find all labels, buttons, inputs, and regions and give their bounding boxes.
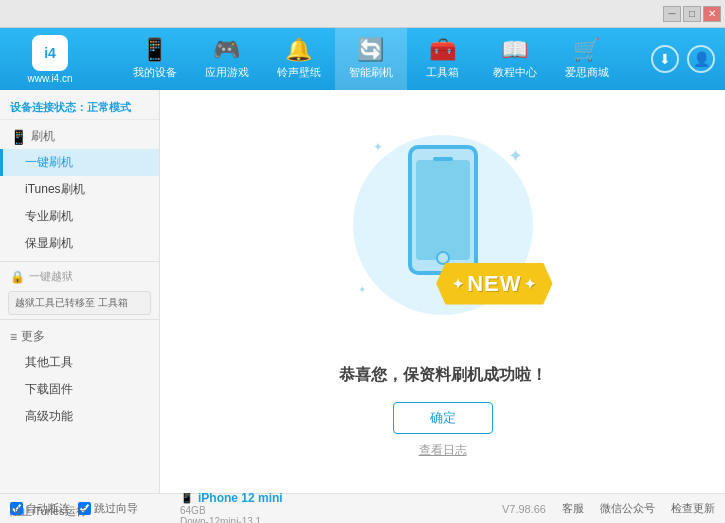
- star-left-icon: ✦: [452, 276, 465, 292]
- save-flash-label: 保显刷机: [25, 236, 73, 250]
- flash-section-label: 刷机: [31, 128, 55, 145]
- nav-ringtones[interactable]: 🔔 铃声壁纸: [263, 28, 335, 90]
- smart-flash-icon: 🔄: [357, 39, 384, 61]
- bottom-bar: 自动断连 跳过向导 📱 iPhone 12 mini 64GB Down-12m…: [0, 493, 725, 523]
- nav-smart-flash-label: 智能刷机: [349, 65, 393, 80]
- success-illustration: ✦ ✦ ✦ ✦ ✦ NEW ✦: [343, 125, 543, 345]
- itunes-status-label[interactable]: 阻止iTunes运行: [10, 505, 87, 517]
- lock-icon: 🔒: [10, 270, 25, 284]
- confirm-button[interactable]: 确定: [393, 402, 493, 434]
- version-label: V7.98.66: [502, 503, 546, 515]
- flash-section-title: 📱 刷机: [0, 124, 159, 149]
- sparkle-3: ✦: [358, 284, 366, 295]
- check-update-link[interactable]: 检查更新: [671, 501, 715, 516]
- nav-tutorials[interactable]: 📖 教程中心: [479, 28, 551, 90]
- close-button[interactable]: ✕: [703, 6, 721, 22]
- new-text: NEW: [467, 271, 521, 297]
- toolbox-icon: 🧰: [429, 39, 456, 61]
- divider-1: [0, 261, 159, 262]
- logo-icon: i4: [32, 35, 68, 71]
- nav-apps-games[interactable]: 🎮 应用游戏: [191, 28, 263, 90]
- nav-actions: ⬇ 👤: [651, 45, 715, 73]
- wechat-public-link[interactable]: 微信公众号: [600, 501, 655, 516]
- tutorials-icon: 📖: [501, 39, 528, 61]
- phone-body: [408, 145, 478, 275]
- logo-sub: www.i4.cn: [27, 73, 72, 84]
- sidebar-item-advanced[interactable]: 高级功能: [0, 403, 159, 430]
- one-click-flash-label: 一键刷机: [25, 155, 73, 169]
- minimize-button[interactable]: ─: [663, 6, 681, 22]
- sparkle-2: ✦: [508, 145, 523, 167]
- nav-toolbox[interactable]: 🧰 工具箱: [407, 28, 479, 90]
- new-badge: ✦ NEW ✦: [436, 263, 552, 305]
- nav-my-device[interactable]: 📱 我的设备: [119, 28, 191, 90]
- sidebar-item-itunes-flash[interactable]: iTunes刷机: [0, 176, 159, 203]
- skip-wizard-label: 跳过向导: [94, 501, 138, 516]
- sidebar-item-download-firmware[interactable]: 下载固件: [0, 376, 159, 403]
- title-bar: ─ □ ✕: [0, 0, 725, 28]
- itunes-status-bar: 阻止iTunes运行: [0, 500, 97, 523]
- nav-apps-games-label: 应用游戏: [205, 65, 249, 80]
- nav-store-label: 爱思商城: [565, 65, 609, 80]
- my-device-icon: 📱: [141, 39, 168, 61]
- nav-toolbox-label: 工具箱: [426, 65, 459, 80]
- app-logo: i4 www.i4.cn: [10, 35, 90, 84]
- advanced-label: 高级功能: [25, 409, 73, 423]
- phone-illustration: [408, 145, 478, 275]
- download-button[interactable]: ⬇: [651, 45, 679, 73]
- sidebar: 设备连接状态：正常模式 📱 刷机 一键刷机 iTunes刷机 专业刷机 保显刷机…: [0, 90, 160, 493]
- divider-2: [0, 319, 159, 320]
- other-tools-label: 其他工具: [25, 355, 73, 369]
- nav-items: 📱 我的设备 🎮 应用游戏 🔔 铃声壁纸 🔄 智能刷机 🧰 工具箱 📖 教程中心…: [90, 28, 651, 90]
- customer-service-link[interactable]: 客服: [562, 501, 584, 516]
- nav-bar: i4 www.i4.cn 📱 我的设备 🎮 应用游戏 🔔 铃声壁纸 🔄 智能刷机…: [0, 28, 725, 90]
- device-os: Down-12mini-13,1: [180, 516, 502, 524]
- more-section-label: 更多: [21, 328, 45, 345]
- jailbreak-notice-text: 越狱工具已转移至 工具箱: [15, 297, 128, 308]
- ringtones-icon: 🔔: [285, 39, 312, 61]
- new-ribbon: ✦ NEW ✦: [436, 263, 552, 305]
- sidebar-item-pro-flash[interactable]: 专业刷机: [0, 203, 159, 230]
- download-firmware-label: 下载固件: [25, 382, 73, 396]
- more-section-icon: ≡: [10, 330, 17, 344]
- phone-screen: [416, 160, 470, 260]
- device-info: 📱 iPhone 12 mini 64GB Down-12mini-13,1: [170, 491, 502, 524]
- more-section-title: ≡ 更多: [0, 324, 159, 349]
- main-area: 设备连接状态：正常模式 📱 刷机 一键刷机 iTunes刷机 专业刷机 保显刷机…: [0, 90, 725, 493]
- back-log-link[interactable]: 查看日志: [419, 442, 467, 459]
- nav-smart-flash[interactable]: 🔄 智能刷机: [335, 28, 407, 90]
- nav-my-device-label: 我的设备: [133, 65, 177, 80]
- sparkle-1: ✦: [373, 140, 383, 154]
- device-storage: 64GB: [180, 505, 502, 516]
- jailbreak-notice: 越狱工具已转移至 工具箱: [8, 291, 151, 315]
- flash-section-icon: 📱: [10, 129, 27, 145]
- nav-ringtones-label: 铃声壁纸: [277, 65, 321, 80]
- status-value: 正常模式: [87, 101, 131, 113]
- sidebar-item-save-flash[interactable]: 保显刷机: [0, 230, 159, 257]
- bottom-right: V7.98.66 客服 微信公众号 检查更新: [502, 501, 715, 516]
- maximize-button[interactable]: □: [683, 6, 701, 22]
- jailbreak-label: 一键越狱: [29, 269, 73, 284]
- jailbreak-section: 🔒 一键越狱: [0, 266, 159, 287]
- device-status: 设备连接状态：正常模式: [0, 96, 159, 120]
- star-right-icon: ✦: [524, 276, 537, 292]
- sidebar-item-one-click-flash[interactable]: 一键刷机: [0, 149, 159, 176]
- phone-speaker: [433, 157, 453, 161]
- apps-games-icon: 🎮: [213, 39, 240, 61]
- pro-flash-label: 专业刷机: [25, 209, 73, 223]
- sidebar-item-other-tools[interactable]: 其他工具: [0, 349, 159, 376]
- status-label: 设备连接状态：: [10, 101, 87, 113]
- content-area: ✦ ✦ ✦ ✦ ✦ NEW ✦ 恭喜您，保资料刷机成功啦！: [160, 90, 725, 493]
- nav-store[interactable]: 🛒 爱思商城: [551, 28, 623, 90]
- store-icon: 🛒: [573, 39, 600, 61]
- success-message: 恭喜您，保资料刷机成功啦！: [339, 365, 547, 386]
- user-button[interactable]: 👤: [687, 45, 715, 73]
- nav-tutorials-label: 教程中心: [493, 65, 537, 80]
- itunes-flash-label: iTunes刷机: [25, 182, 85, 196]
